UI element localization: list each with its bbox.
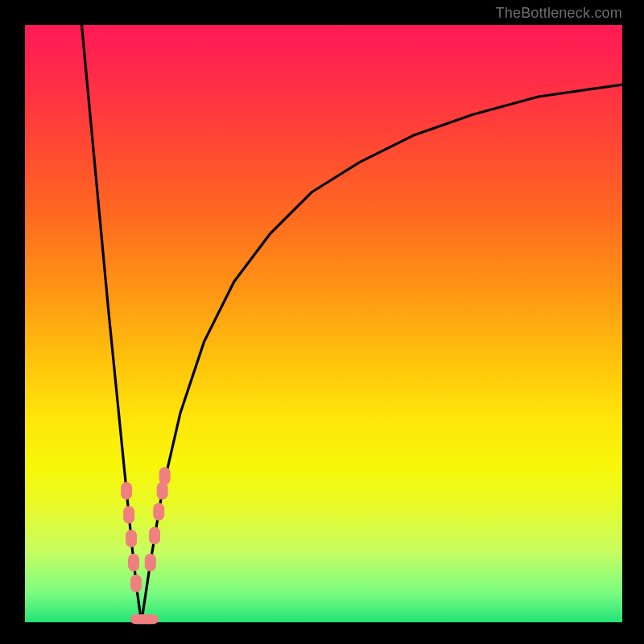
- marker-cluster-left-2: [126, 530, 137, 547]
- marker-cluster-bottom-2: [142, 614, 159, 624]
- curve-right-branch: [142, 85, 622, 622]
- marker-cluster-left-0: [121, 482, 132, 500]
- marker-cluster-left-3: [128, 554, 139, 572]
- marker-cluster-right-1: [149, 526, 160, 544]
- marker-cluster-right-4: [159, 467, 171, 485]
- marker-cluster-right-2: [153, 503, 164, 521]
- chart-svg: [0, 0, 644, 644]
- marker-cluster-right-0: [145, 554, 156, 572]
- marker-cluster-left-4: [130, 575, 142, 592]
- marker-cluster-left-1: [123, 506, 134, 523]
- marker-cluster-right-3: [157, 482, 168, 500]
- outer-frame: TheBottleneck.com: [0, 0, 644, 644]
